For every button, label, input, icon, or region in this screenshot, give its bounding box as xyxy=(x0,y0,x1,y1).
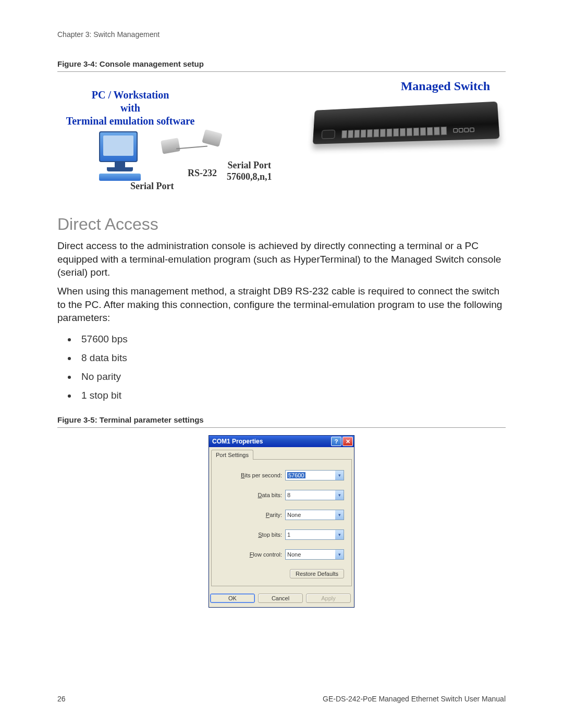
body-paragraph-2: When using this management method, a str… xyxy=(57,285,506,325)
list-item: No parity xyxy=(77,367,506,386)
bits-per-second-value: 57600 xyxy=(287,472,305,478)
managed-switch-label: Managed Switch xyxy=(401,79,490,93)
bits-per-second-combo[interactable]: 57600 ▾ xyxy=(285,470,344,480)
figure-3-4-caption: Figure 3-4: Console management setup xyxy=(57,59,506,72)
stop-bits-label: Stop bits: xyxy=(258,532,282,538)
data-bits-label: Data bits: xyxy=(258,492,282,498)
port-settings-tab[interactable]: Port Settings xyxy=(211,450,253,460)
port-settings-panel: Bits per second: 57600 ▾ Data bits: 8 ▾ xyxy=(211,459,352,586)
data-bits-value: 8 xyxy=(287,492,290,498)
data-bits-combo[interactable]: 8 ▾ xyxy=(285,490,344,500)
serial-port-right-label: Serial Port 57600,8,n,1 xyxy=(227,160,272,182)
serial-port-left-label: Serial Port xyxy=(130,181,174,192)
body-paragraph-1: Direct access to the administration cons… xyxy=(57,239,506,279)
chapter-header: Chapter 3: Switch Management xyxy=(57,30,506,39)
restore-defaults-button[interactable]: Restore Defaults xyxy=(290,569,344,578)
pc-label-line: with xyxy=(120,102,140,114)
com1-properties-dialog: COM1 Properties ? ✕ Port Settings Bits p… xyxy=(209,435,354,608)
chevron-down-icon: ▾ xyxy=(335,530,344,539)
help-button[interactable]: ? xyxy=(331,437,341,446)
manual-title: GE-DS-242-PoE Managed Ethernet Switch Us… xyxy=(323,695,506,703)
pc-label-line: PC / Workstation xyxy=(92,89,169,101)
cable-line xyxy=(176,145,207,149)
pc-workstation-label: PC / Workstation with Terminal emulation… xyxy=(57,89,203,128)
flow-control-label: Flow control: xyxy=(250,551,282,558)
cancel-button[interactable]: Cancel xyxy=(258,594,303,603)
db9-connector-icon xyxy=(202,129,223,147)
stop-bits-value: 1 xyxy=(287,532,290,538)
bits-per-second-label: Bits per second: xyxy=(241,472,282,478)
parity-label: Parity: xyxy=(266,512,282,518)
ok-button[interactable]: OK xyxy=(210,594,255,603)
page-footer: 26 GE-DS-242-PoE Managed Ethernet Switch… xyxy=(57,695,506,703)
page-number: 26 xyxy=(57,695,66,703)
list-item: 8 data bits xyxy=(77,349,506,367)
db9-connector-icon xyxy=(161,138,180,154)
parameter-list: 57600 bps 8 data bits No parity 1 stop b… xyxy=(57,330,506,405)
stop-bits-combo[interactable]: 1 ▾ xyxy=(285,529,344,540)
serial-right-l2: 57600,8,n,1 xyxy=(227,171,272,182)
switch-icon xyxy=(312,102,500,154)
chevron-down-icon: ▾ xyxy=(335,490,344,500)
chevron-down-icon: ▾ xyxy=(335,510,344,520)
pc-icon xyxy=(99,131,141,181)
flow-control-combo[interactable]: None ▾ xyxy=(285,549,344,560)
figure-3-5-caption: Figure 3-5: Terminal parameter settings xyxy=(57,415,506,428)
pc-label-line: Terminal emulation software xyxy=(66,115,195,127)
parity-value: None xyxy=(287,512,301,518)
direct-access-heading: Direct Access xyxy=(57,215,506,234)
flow-control-value: None xyxy=(287,551,301,558)
close-button[interactable]: ✕ xyxy=(342,437,353,446)
list-item: 1 stop bit xyxy=(77,386,506,405)
dialog-titlebar: COM1 Properties ? ✕ xyxy=(209,436,354,447)
chevron-down-icon: ▾ xyxy=(335,471,344,480)
parity-combo[interactable]: None ▾ xyxy=(285,510,344,520)
apply-button[interactable]: Apply xyxy=(306,594,351,603)
dialog-title: COM1 Properties xyxy=(212,438,263,445)
rs232-label: RS-232 xyxy=(188,168,217,179)
serial-right-l1: Serial Port xyxy=(228,160,271,170)
chevron-down-icon: ▾ xyxy=(335,550,344,559)
console-setup-diagram: PC / Workstation with Terminal emulation… xyxy=(57,79,506,199)
list-item: 57600 bps xyxy=(77,330,506,349)
